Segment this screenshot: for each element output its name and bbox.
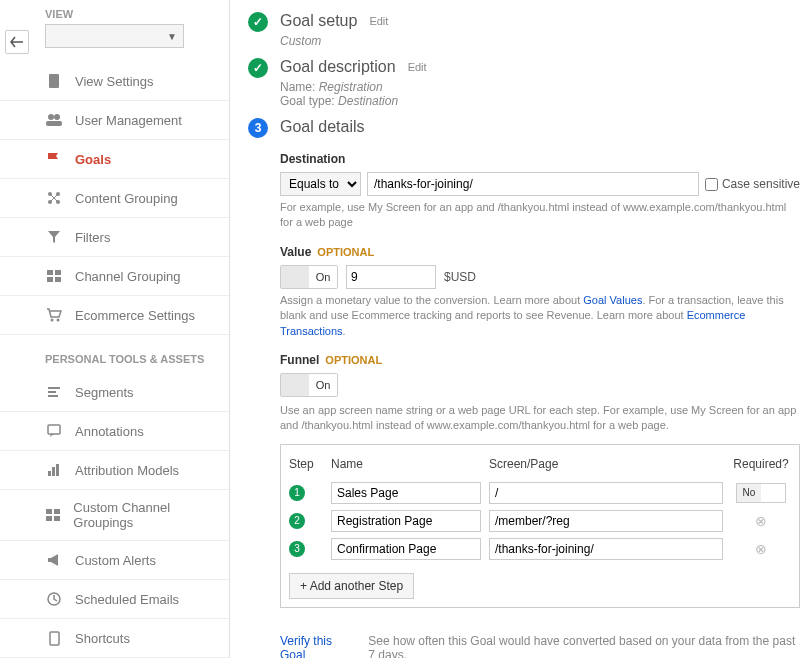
case-sensitive-label: Case sensitive <box>722 177 800 191</box>
sidebar-item-label: Annotations <box>75 424 144 439</box>
step-screen-input[interactable] <box>489 510 723 532</box>
svg-rect-8 <box>47 270 53 275</box>
sidebar-item-filters[interactable]: Filters <box>0 218 229 257</box>
step-number-icon: 3 <box>248 118 268 138</box>
view-selector[interactable]: ▼ <box>45 24 184 48</box>
destination-help: For example, use My Screen for an app an… <box>280 200 800 231</box>
step-number: 1 <box>289 485 305 501</box>
required-toggle[interactable]: No <box>736 483 786 503</box>
sidebar-item-custom-channel[interactable]: Custom Channel Groupings <box>0 490 229 541</box>
sidebar-item-label: Ecommerce Settings <box>75 308 195 323</box>
funnel-row: 3 ⊗ <box>289 535 791 563</box>
sidebar-item-view-settings[interactable]: View Settings <box>0 62 229 101</box>
sidebar-item-label: User Management <box>75 113 182 128</box>
shortcut-icon <box>45 629 63 647</box>
svg-rect-24 <box>54 516 60 521</box>
svg-rect-9 <box>55 270 61 275</box>
svg-rect-20 <box>56 464 59 476</box>
funnel-toggle[interactable]: On <box>280 373 338 397</box>
col-required: Required? <box>731 457 791 471</box>
step-number: 2 <box>289 513 305 529</box>
delete-step-icon[interactable]: ⊗ <box>755 513 767 529</box>
svg-rect-11 <box>55 277 61 282</box>
sidebar-item-label: Shortcuts <box>75 631 130 646</box>
svg-rect-23 <box>46 516 52 521</box>
destination-label: Destination <box>280 152 800 166</box>
name-label: Name: <box>280 80 315 94</box>
megaphone-icon <box>45 551 63 569</box>
currency-label: $USD <box>444 270 476 284</box>
sidebar-item-user-management[interactable]: User Management <box>0 101 229 140</box>
sidebar: VIEW ▼ View Settings User Management Goa… <box>0 0 230 658</box>
case-sensitive-checkbox[interactable] <box>705 178 718 191</box>
funnel-help: Use an app screen name string or a web p… <box>280 403 800 434</box>
goal-description-title: Goal description <box>280 58 396 76</box>
toggle-off <box>281 374 309 396</box>
sidebar-item-annotations[interactable]: Annotations <box>0 412 229 451</box>
step-screen-input[interactable] <box>489 482 723 504</box>
goal-details-title: Goal details <box>280 118 365 136</box>
funnel-row: 1 No <box>289 479 791 507</box>
step-check-icon <box>248 58 268 78</box>
step-name-input[interactable] <box>331 510 481 532</box>
type-label: Goal type: <box>280 94 335 108</box>
col-step: Step <box>289 457 323 471</box>
destination-operator-select[interactable]: Equals to <box>280 172 361 196</box>
goal-values-link[interactable]: Goal Values <box>583 294 642 306</box>
back-button[interactable] <box>5 30 29 54</box>
funnel-label: Funnel <box>280 353 319 367</box>
svg-rect-14 <box>48 387 60 389</box>
value-amount-input[interactable] <box>346 265 436 289</box>
caret-down-icon: ▼ <box>167 31 177 42</box>
edit-goal-setup[interactable]: Edit <box>369 15 388 27</box>
value-toggle[interactable]: On <box>280 265 338 289</box>
sidebar-item-label: Segments <box>75 385 134 400</box>
sidebar-item-channel-grouping[interactable]: Channel Grouping <box>0 257 229 296</box>
goal-setup-title: Goal setup <box>280 12 357 30</box>
optional-badge: OPTIONAL <box>325 354 382 366</box>
sidebar-item-goals[interactable]: Goals <box>0 140 229 179</box>
sidebar-item-label: Goals <box>75 152 111 167</box>
step-name-input[interactable] <box>331 482 481 504</box>
sidebar-item-attribution[interactable]: Attribution Models <box>0 451 229 490</box>
svg-rect-19 <box>52 467 55 476</box>
users-icon <box>45 111 63 129</box>
goal-setup-sub: Custom <box>280 34 800 48</box>
add-step-button[interactable]: + Add another Step <box>289 573 414 599</box>
custom-channel-icon <box>45 506 61 524</box>
edit-goal-description[interactable]: Edit <box>408 61 427 73</box>
view-label: VIEW <box>0 0 229 20</box>
svg-point-12 <box>51 319 54 322</box>
sidebar-item-scheduled-emails[interactable]: Scheduled Emails <box>0 580 229 619</box>
sidebar-item-ecommerce[interactable]: Ecommerce Settings <box>0 296 229 335</box>
svg-rect-3 <box>46 121 62 126</box>
svg-rect-22 <box>54 509 60 514</box>
sidebar-item-segments[interactable]: Segments <box>0 373 229 412</box>
delete-step-icon[interactable]: ⊗ <box>755 541 767 557</box>
sidebar-item-shortcuts[interactable]: Shortcuts <box>0 619 229 658</box>
verify-goal-link[interactable]: Verify this Goal <box>280 634 354 658</box>
svg-point-2 <box>54 114 60 120</box>
step-check-icon <box>248 12 268 32</box>
svg-point-1 <box>48 114 54 120</box>
sidebar-item-label: View Settings <box>75 74 154 89</box>
sidebar-item-label: Content Grouping <box>75 191 178 206</box>
personal-tools-label: PERSONAL TOOLS & ASSETS <box>0 335 229 373</box>
sidebar-item-label: Channel Grouping <box>75 269 181 284</box>
col-screen: Screen/Page <box>489 457 723 471</box>
sidebar-item-label: Attribution Models <box>75 463 179 478</box>
step-screen-input[interactable] <box>489 538 723 560</box>
funnel-row: 2 ⊗ <box>289 507 791 535</box>
filter-icon <box>45 228 63 246</box>
main-content: Goal setupEdit Custom Goal descriptionEd… <box>230 0 800 658</box>
step-name-input[interactable] <box>331 538 481 560</box>
sidebar-item-custom-alerts[interactable]: Custom Alerts <box>0 541 229 580</box>
destination-input[interactable] <box>367 172 699 196</box>
svg-point-13 <box>57 319 60 322</box>
sidebar-item-content-grouping[interactable]: Content Grouping <box>0 179 229 218</box>
svg-rect-26 <box>50 632 59 645</box>
svg-rect-16 <box>48 395 58 397</box>
toggle-on: On <box>309 374 337 396</box>
svg-rect-18 <box>48 471 51 476</box>
grouping-icon <box>45 189 63 207</box>
